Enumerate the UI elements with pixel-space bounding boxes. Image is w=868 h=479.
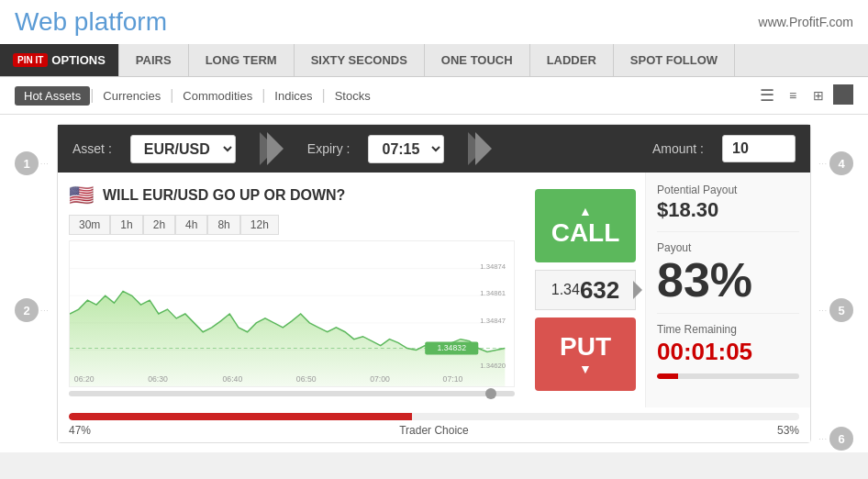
potential-payout-value: $18.30	[657, 198, 799, 222]
tab-sixty-seconds[interactable]: SIXTY SECONDS	[295, 44, 425, 76]
header: Web platform www.ProfitF.com	[0, 0, 868, 44]
subnav-hot-assets[interactable]: Hot Assets	[15, 86, 90, 106]
content-area: 🇺🇸 WILL EUR/USD GO UP OR DOWN? 30m 1h 2h…	[58, 173, 810, 407]
pinterest-badge: Pin it	[13, 53, 48, 67]
currency-flag: 🇺🇸	[69, 184, 94, 207]
potential-payout-section: Potential Payout $18.30	[657, 184, 799, 232]
put-label: PUT	[560, 332, 611, 362]
chart-container: 1.34832 06:20 06:30 06:40 06:50 07:00 07…	[69, 240, 515, 387]
chart-header: 🇺🇸 WILL EUR/USD GO UP OR DOWN?	[69, 184, 515, 207]
time-btn-2h[interactable]: 2h	[143, 215, 175, 235]
step-4-badge: 4	[829, 151, 853, 175]
choice-bar-container	[69, 413, 799, 420]
nav-tabs: Pin it OPTIONS PAIRS LONG TERM SIXTY SEC…	[0, 44, 868, 77]
subnav-stocks[interactable]: Stocks	[326, 86, 380, 106]
time-btn-1h[interactable]: 1h	[110, 215, 142, 235]
time-btn-12h[interactable]: 12h	[240, 215, 279, 235]
call-label: CALL	[551, 218, 620, 248]
time-progress-fill	[657, 373, 678, 379]
call-up-arrow: ▲	[579, 204, 592, 218]
step-4-indicator: ··· 4	[818, 151, 853, 175]
time-slider[interactable]	[69, 391, 515, 396]
subnav-commodities[interactable]: Commodities	[173, 86, 262, 106]
tab-options-label: OPTIONS	[51, 53, 106, 67]
page-title: Web platform	[15, 7, 167, 37]
time-btn-8h[interactable]: 8h	[207, 215, 239, 235]
put-button[interactable]: PUT ▼	[535, 317, 636, 391]
svg-text:1.34832: 1.34832	[437, 343, 466, 352]
step-1-indicator: 1 ···	[15, 151, 50, 175]
view-grid-icon[interactable]: ⊞	[807, 84, 829, 106]
time-btn-30m[interactable]: 30m	[69, 215, 110, 235]
trading-container: 1 ··· 2 ··· 3 ··· ··· 4 ··· 5	[15, 124, 853, 443]
tab-options[interactable]: Pin it OPTIONS	[0, 44, 119, 76]
step-2-badge: 2	[15, 298, 39, 322]
asset-select[interactable]: EUR/USD	[130, 135, 236, 163]
amount-input[interactable]	[722, 135, 796, 162]
svg-text:06:30: 06:30	[148, 374, 168, 384]
arrow-sep-2	[468, 132, 609, 165]
payout-percentage: 83%	[657, 256, 799, 304]
time-remaining-section: Time Remaining 00:01:05	[657, 323, 799, 379]
time-remaining-label: Time Remaining	[657, 323, 799, 336]
trader-choice: 47% Trader Choice 53%	[58, 407, 810, 442]
amount-label: Amount :	[652, 141, 704, 156]
step-5-badge: 5	[829, 298, 853, 322]
trading-panel: Asset : EUR/USD Expiry : 07:15	[57, 124, 811, 443]
step-1-badge: 1	[15, 151, 39, 175]
tab-long-term[interactable]: LONG TERM	[189, 44, 295, 76]
subnav-currencies[interactable]: Currencies	[94, 86, 170, 106]
tab-spot-follow[interactable]: SPOT FOLLOW	[614, 44, 735, 76]
svg-text:1.34861: 1.34861	[480, 289, 506, 297]
trade-buttons-panel: ▲ CALL 1.34632 PUT ▼	[526, 173, 645, 407]
time-slider-thumb	[485, 388, 496, 399]
step-6-badge: 6	[829, 427, 853, 451]
time-buttons: 30m 1h 2h 4h 8h 12h	[69, 215, 515, 235]
put-down-arrow: ▼	[579, 362, 592, 376]
payout-section: Payout 83%	[657, 241, 799, 314]
view-list-icon[interactable]: ≡	[782, 84, 804, 106]
view-block-icon[interactable]	[833, 84, 853, 105]
asset-label: Asset :	[72, 141, 112, 156]
tab-ladder[interactable]: LADDER	[530, 44, 614, 76]
chart-title-post: GO UP OR DOWN?	[208, 187, 345, 203]
chart-area: 🇺🇸 WILL EUR/USD GO UP OR DOWN? 30m 1h 2h…	[58, 173, 526, 407]
chart-title-pre: WILL	[103, 187, 142, 203]
sub-nav-left: Hot Assets | Currencies | Commodities | …	[15, 86, 380, 106]
svg-text:1.34620: 1.34620	[480, 362, 506, 370]
step-2-indicator: 2 ···	[15, 298, 50, 322]
main-area: 1 ··· 2 ··· 3 ··· ··· 4 ··· 5	[0, 115, 868, 452]
time-btn-4h[interactable]: 4h	[175, 215, 207, 235]
choice-labels: 47% Trader Choice 53%	[69, 424, 799, 437]
choice-bar-fill	[69, 413, 412, 420]
svg-text:06:20: 06:20	[74, 374, 95, 384]
svg-text:06:40: 06:40	[222, 374, 242, 384]
site-url: www.ProfitF.com	[759, 15, 853, 29]
svg-text:07:10: 07:10	[443, 374, 463, 384]
chart-title-asset: EUR/USD	[142, 187, 208, 203]
svg-text:07:00: 07:00	[370, 374, 390, 384]
view-hamburger-icon[interactable]: ☰	[756, 84, 778, 106]
choice-right-pct: 53%	[777, 424, 799, 437]
price-arrow	[633, 281, 642, 299]
call-button[interactable]: ▲ CALL	[535, 189, 636, 262]
payout-label: Payout	[657, 241, 799, 254]
payout-panel: Potential Payout $18.30 Payout 83% Time …	[645, 173, 810, 407]
trader-choice-label: Trader Choice	[399, 424, 469, 437]
svg-text:1.34847: 1.34847	[480, 317, 506, 325]
view-icons: ☰ ≡ ⊞	[756, 84, 853, 106]
subnav-indices[interactable]: Indices	[265, 86, 321, 106]
tab-one-touch[interactable]: ONE TOUCH	[425, 44, 530, 76]
asset-bar: Asset : EUR/USD Expiry : 07:15	[58, 125, 810, 173]
expiry-label: Expiry :	[307, 141, 351, 156]
price-big: 632	[580, 276, 619, 305]
potential-payout-label: Potential Payout	[657, 184, 799, 196]
expiry-select[interactable]: 07:15	[368, 135, 444, 163]
price-small: 1.34	[551, 282, 580, 298]
chart-title: WILL EUR/USD GO UP OR DOWN?	[103, 187, 345, 204]
tab-pairs[interactable]: PAIRS	[119, 44, 189, 76]
time-progress-bar	[657, 373, 799, 379]
step-6-indicator: ··· 6	[818, 427, 853, 451]
svg-text:1.34874: 1.34874	[480, 262, 506, 271]
step-5-indicator: ··· 5	[818, 298, 853, 322]
